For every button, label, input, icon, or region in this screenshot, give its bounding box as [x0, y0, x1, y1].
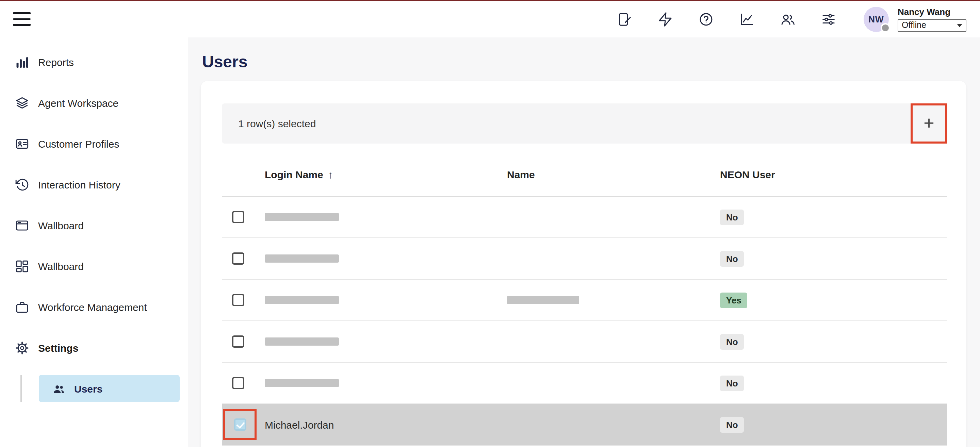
name-cell [507, 280, 720, 320]
login-cell [265, 321, 507, 362]
sidebar-item-label: Reports [38, 56, 74, 68]
checkbox-cell [222, 404, 265, 445]
annotation-highlight-box [223, 409, 256, 440]
sidebar-item-wallboard[interactable]: Wallboard [0, 246, 188, 286]
sidebar-item-label: Settings [38, 342, 78, 353]
name-cell [507, 363, 720, 404]
menu-button[interactable] [13, 12, 30, 26]
quick-actions-icon[interactable] [653, 7, 677, 31]
sidebar-item-label: Workforce Management [38, 301, 147, 313]
users-card: 1 row(s) selected + Login Name ↑ Name [201, 81, 966, 447]
sidebar-items: ReportsAgent WorkspaceCustomer ProfilesI… [0, 41, 188, 368]
user-block: Nancy Wang Offline [898, 6, 966, 32]
redacted-login-bar [265, 213, 339, 221]
gear-icon [15, 340, 29, 355]
redacted-login-bar [265, 296, 339, 304]
selection-count-text: 1 row(s) selected [238, 118, 316, 129]
sidebar-item-interaction-history[interactable]: Interaction History [0, 164, 188, 205]
avatar[interactable]: NW [864, 6, 889, 32]
sort-asc-icon: ↑ [328, 169, 333, 180]
grid-icon [15, 259, 29, 273]
table-row[interactable]: No [222, 197, 947, 238]
sidebar-item-label: Users [74, 383, 102, 394]
table-body: NoNoYesNoNoMichael.JordanNo [222, 197, 947, 445]
row-checkbox[interactable] [232, 294, 244, 306]
column-header-neon-user[interactable]: NEON User [720, 169, 947, 180]
add-user-button[interactable]: + [911, 103, 947, 143]
login-cell [265, 280, 507, 320]
login-cell: Michael.Jordan [265, 404, 507, 445]
sidebar-item-wallboard[interactable]: Wallboard [0, 205, 188, 246]
row-checkbox[interactable] [232, 253, 244, 265]
login-cell [265, 197, 507, 237]
notes-icon[interactable] [612, 7, 636, 31]
column-header-name[interactable]: Name [507, 169, 720, 180]
layers-icon [15, 95, 29, 110]
checkbox-cell [222, 280, 265, 320]
topbar: NW Nancy Wang Offline [0, 1, 980, 37]
table-header-row: Login Name ↑ Name NEON User [222, 143, 947, 197]
sidebar-item-agent-workspace[interactable]: Agent Workspace [0, 82, 188, 123]
contacts-icon[interactable] [775, 7, 800, 31]
sidebar-item-label: Wallboard [38, 260, 84, 272]
column-header-login-name[interactable]: Login Name ↑ [265, 169, 507, 180]
sidebar-item-workforce-management[interactable]: Workforce Management [0, 286, 188, 327]
table-row[interactable]: Yes [222, 280, 947, 321]
name-cell [507, 404, 720, 445]
row-checkbox[interactable] [232, 211, 244, 223]
neon-user-badge: No [720, 375, 744, 391]
offline-status-dot [881, 23, 890, 32]
login-cell [265, 238, 507, 279]
row-checkbox[interactable] [234, 418, 246, 431]
name-cell [507, 197, 720, 237]
checkbox-cell [222, 238, 265, 279]
name-cell [507, 321, 720, 362]
neon-user-badge: No [720, 417, 744, 433]
window-icon [15, 218, 29, 232]
topbar-actions: NW Nancy Wang Offline [595, 6, 966, 32]
row-checkbox[interactable] [232, 377, 244, 389]
users-icon [52, 381, 66, 396]
analytics-icon[interactable] [734, 7, 759, 31]
checkbox-cell [222, 321, 265, 362]
topbar-user-name: Nancy Wang [898, 6, 950, 17]
neon-cell: No [720, 321, 947, 362]
neon-user-badge: Yes [720, 292, 748, 308]
sidebar-subitem-wrap: Users [0, 375, 188, 402]
table-row[interactable]: No [222, 321, 947, 363]
sidebar-item-customer-profiles[interactable]: Customer Profiles [0, 123, 188, 164]
neon-user-badge: No [720, 209, 744, 225]
sidebar-item-settings[interactable]: Settings [0, 327, 188, 368]
status-value: Offline [902, 21, 926, 30]
checkbox-cell [222, 363, 265, 404]
bar-chart-icon [15, 55, 29, 69]
page-title: Users [202, 52, 966, 72]
briefcase-icon [15, 300, 29, 314]
redacted-login-bar [265, 337, 339, 346]
sidebar-item-label: Interaction History [38, 178, 121, 190]
preferences-icon[interactable] [816, 7, 840, 31]
table-row[interactable]: No [222, 363, 947, 404]
chevron-down-icon [957, 24, 962, 27]
table-toolbar: 1 row(s) selected + [222, 103, 947, 143]
login-cell [265, 363, 507, 404]
neon-cell: No [720, 197, 947, 237]
checkbox-cell [222, 197, 265, 237]
sidebar: ReportsAgent WorkspaceCustomer ProfilesI… [0, 37, 188, 447]
redacted-login-bar [265, 255, 339, 262]
sidebar-item-users[interactable]: Users [39, 375, 180, 402]
sidebar-item-reports[interactable]: Reports [0, 41, 188, 82]
sidebar-item-label: Customer Profiles [38, 138, 119, 150]
row-checkbox[interactable] [232, 336, 244, 348]
table-row[interactable]: Michael.JordanNo [222, 404, 947, 445]
redacted-login-bar [265, 379, 339, 387]
status-dropdown[interactable]: Offline [898, 19, 966, 32]
name-cell [507, 238, 720, 279]
help-icon[interactable] [694, 7, 718, 31]
neon-user-badge: No [720, 251, 744, 266]
neon-cell: No [720, 238, 947, 279]
app-window: NW Nancy Wang Offline ReportsAgent Works… [0, 0, 980, 447]
table-row[interactable]: No [222, 238, 947, 280]
id-card-icon [15, 137, 29, 151]
main-content: Users 1 row(s) selected + Login Name ↑ N… [188, 37, 980, 447]
